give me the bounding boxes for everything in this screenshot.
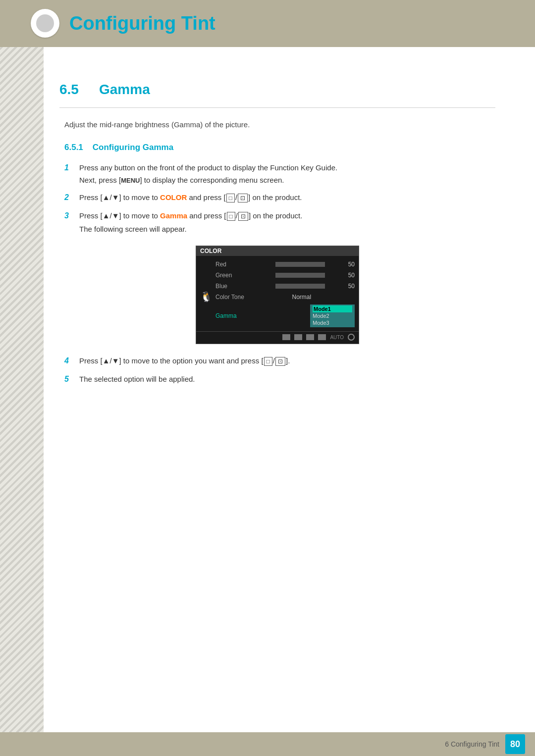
step-3-highlight: Gamma <box>160 211 187 220</box>
row-red: Red 50 <box>215 259 355 270</box>
value-colortone: Normal <box>289 294 311 301</box>
nav-down-icon <box>294 334 302 340</box>
step-3-content: Press [▲/▼] to move to Gamma and press [… <box>79 211 495 233</box>
dropdown-mode1: Mode1 <box>313 305 352 312</box>
gamma-dropdown: Mode1 Mode2 Mode3 <box>310 304 355 327</box>
step-2-number: 2 <box>64 193 79 202</box>
menu-key: MENU <box>121 177 140 184</box>
step-5-content: The selected option will be applied. <box>79 375 495 383</box>
label-gamma: Gamma <box>215 312 255 319</box>
row-colortone: Color Tone Normal <box>215 292 355 302</box>
screenshot-main-area: 🐧 Red 50 Green 50 <box>196 259 359 329</box>
sidebar-stripe <box>0 0 44 756</box>
step-2-content: Press [▲/▼] to move to COLOR and press [… <box>79 193 495 202</box>
step-2-highlight: COLOR <box>160 193 187 202</box>
step-4-content: Press [▲/▼] to move to the option you wa… <box>79 356 495 366</box>
step-2: 2 Press [▲/▼] to move to COLOR and press… <box>64 193 495 202</box>
bar-blue <box>275 284 325 289</box>
monitor-icon: 🐧 <box>200 291 213 302</box>
footer-bar: 6 Configuring Tint 80 <box>0 732 535 756</box>
screenshot-header: COLOR <box>196 246 359 256</box>
auto-label: AUTO <box>330 335 344 340</box>
steps-list: 1 Press any button on the front of the p… <box>64 163 495 233</box>
step-1-sub: Next, press [MENU] to display the corres… <box>79 176 495 184</box>
section-divider <box>59 107 495 108</box>
value-red: 50 <box>345 261 355 268</box>
subsection-title: Configuring Gamma <box>93 143 173 152</box>
btn-square-3: □ <box>227 212 235 221</box>
step-1-text: Press any button on the front of the pro… <box>79 163 337 172</box>
label-green: Green <box>215 272 255 279</box>
btn-square-4: □ <box>264 357 272 366</box>
btn-enter-3: ⊡ <box>238 212 248 221</box>
power-icon <box>348 334 355 341</box>
bar-red <box>275 262 325 267</box>
step-3-sub: The following screen will appear. <box>79 225 495 233</box>
section-heading: 6.5 Gamma <box>59 82 495 98</box>
footer-page-number: 80 <box>505 734 525 754</box>
step-1: 1 Press any button on the front of the p… <box>64 163 495 184</box>
step-1-number: 1 <box>64 163 79 172</box>
nav-left-icon <box>282 334 290 340</box>
header-circle-inner <box>36 14 54 32</box>
step-1-content: Press any button on the front of the pro… <box>79 163 495 184</box>
step-3: 3 Press [▲/▼] to move to Gamma and press… <box>64 211 495 233</box>
dropdown-mode3: Mode3 <box>313 319 352 326</box>
screenshot-container: COLOR 🐧 Red 50 Green <box>59 246 495 344</box>
label-colortone: Color Tone <box>215 294 255 301</box>
header-circle <box>31 9 59 38</box>
subsection-number: 6.5.1 <box>64 143 83 152</box>
steps-list-2: 4 Press [▲/▼] to move to the option you … <box>64 356 495 384</box>
step-5-text: The selected option will be applied. <box>79 375 195 383</box>
btn-enter: ⊡ <box>238 194 248 202</box>
value-green: 50 <box>345 272 355 279</box>
step-4-number: 4 <box>64 356 79 365</box>
header-bar: Configuring Tint <box>0 0 535 47</box>
screenshot-icon-col: 🐧 <box>200 259 215 329</box>
step-3-number: 3 <box>64 211 79 220</box>
row-gamma: Gamma Mode1 Mode2 Mode3 <box>215 302 355 329</box>
screenshot-items-col: Red 50 Green 50 Blue 50 <box>215 259 355 329</box>
step-5: 5 The selected option will be applied. <box>64 375 495 384</box>
screenshot-bottom: AUTO <box>196 331 359 341</box>
section-number: 6.5 <box>59 82 89 98</box>
page-title: Configuring Tint <box>69 13 215 34</box>
btn-enter-4: ⊡ <box>275 357 285 366</box>
bar-green <box>275 273 325 278</box>
dropdown-mode2: Mode2 <box>313 312 352 319</box>
step-5-number: 5 <box>64 375 79 384</box>
main-content: 6.5 Gamma Adjust the mid-range brightnes… <box>0 47 535 422</box>
section-description: Adjust the mid-range brightness (Gamma) … <box>64 120 495 129</box>
step-4: 4 Press [▲/▼] to move to the option you … <box>64 356 495 366</box>
section-title: Gamma <box>99 82 150 98</box>
nav-enter-icon <box>318 334 326 340</box>
footer-section-label: 6 Configuring Tint <box>445 740 499 748</box>
row-green: Green 50 <box>215 270 355 281</box>
subsection-heading: 6.5.1 Configuring Gamma <box>64 143 495 152</box>
nav-up-icon <box>306 334 314 340</box>
label-blue: Blue <box>215 283 255 290</box>
label-red: Red <box>215 261 255 268</box>
value-blue: 50 <box>345 283 355 290</box>
screenshot-box: COLOR 🐧 Red 50 Green <box>196 246 359 344</box>
row-blue: Blue 50 <box>215 281 355 292</box>
btn-square: □ <box>226 194 235 202</box>
